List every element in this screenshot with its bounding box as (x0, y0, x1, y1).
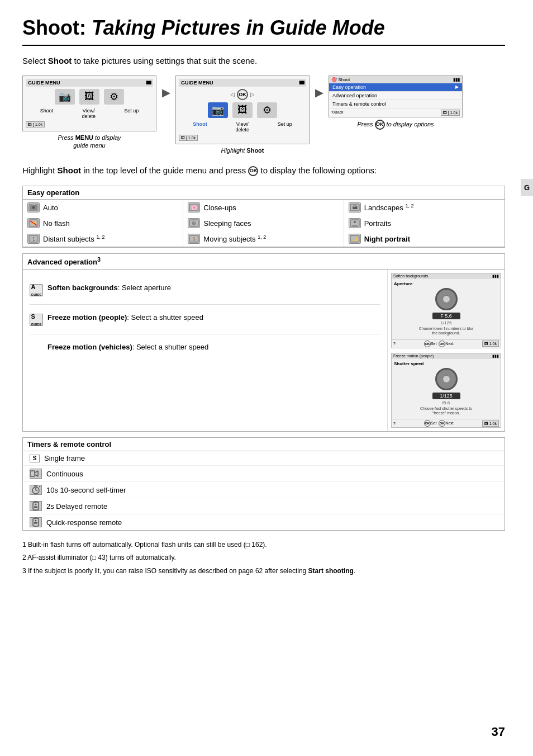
sleepingfaces-label: Sleeping faces (203, 219, 251, 228)
footnotes: 1 Built-in flash turns off automatically… (22, 540, 505, 577)
self-timer-label: 10s 10-second self-timer (46, 486, 126, 494)
advanced-left: AGUIDE Soften backgrounds: Select apertu… (23, 270, 387, 432)
diag1-header: GUIDE MENU ▮▮▮ (26, 79, 153, 87)
delayed-remote-label: 2s Delayed remote (46, 502, 107, 511)
diag1-caption: Press MENU to displayguide menu (58, 134, 121, 150)
easy-operation-grid: Auto 🌸 Close-ups 🏔 Landscapes 1, 2 ⚡ No … (23, 200, 505, 247)
timer-continuous: Continuous (23, 466, 505, 482)
ok-button-2: OK (237, 89, 248, 100)
delayed-remote-icon (30, 501, 42, 511)
option-auto: Auto (23, 200, 183, 215)
advanced-content: AGUIDE Soften backgrounds: Select apertu… (23, 270, 505, 432)
adv-freeze-people: SGUIDE Freeze motion (people): Select a … (30, 305, 380, 334)
adv-freeze-vehicles: Freeze motion (vehicles): Select a shutt… (30, 334, 380, 360)
diagrams-row: GUIDE MENU ▮▮▮ 📷 🖼 ⚙ Shoot View/delete S… (22, 75, 505, 154)
shutter-value: 1/125 (432, 393, 460, 399)
single-frame-label: Single frame (44, 454, 85, 462)
diag2-nav: ◁ OK ▷ (179, 89, 306, 100)
easy-operation-section: Easy operation Auto 🌸 Close-ups 🏔 Landsc… (22, 186, 505, 248)
intro-bold: Shoot (48, 56, 72, 65)
highlight-shoot: Shoot (58, 166, 82, 175)
diagram-box-1: GUIDE MENU ▮▮▮ 📷 🖼 ⚙ Shoot View/delete S… (22, 75, 156, 131)
svg-text:🏃: 🏃 (192, 237, 197, 242)
camera-icon-3: ⚙ (104, 89, 124, 105)
svg-text:🏔: 🏔 (352, 205, 357, 210)
sleepingfaces-icon (188, 218, 200, 228)
page-tab: G (521, 179, 533, 196)
easy-operation-header: Easy operation (23, 186, 505, 200)
footnote-1: 1 Built-in flash turns off automatically… (22, 540, 505, 550)
option-closeups: 🌸 Close-ups (183, 200, 344, 215)
intro-text-after: to take pictures using settings that sui… (72, 56, 257, 65)
auto-icon (27, 202, 40, 212)
option-noflash: ⚡ No flash (23, 215, 183, 231)
nightportrait-label: Night portrait (364, 235, 410, 243)
option-moving: 🏃 Moving subjects 1, 2 (183, 231, 344, 247)
diag2-icons: 📷 🖼 ⚙ (179, 102, 306, 118)
diag3-item-3: Timers & remote control (329, 100, 462, 108)
moving-label: Moving subjects 1, 2 (203, 234, 266, 243)
diag3-item-2: Advanced operation (329, 92, 462, 100)
diag1-icons: 📷 🖼 ⚙ (26, 89, 153, 105)
auto-label: Auto (43, 204, 58, 212)
quick-remote-label: Quick-response remote (46, 518, 122, 527)
arrow-1: ▶ (162, 75, 170, 99)
preview-freeze-content: Shutter speed 1/125 f5.6 Choose fast shu… (392, 359, 501, 419)
timers-header: Timers & remote control (23, 438, 505, 451)
self-timer-icon (30, 485, 42, 495)
diag3-header: 🎯 Shoot ▮▮▮ (329, 76, 462, 83)
title-italic: Taking Pictures in Guide Mode (92, 16, 385, 39)
diagram-2: GUIDE MENU ▮▮▮ ◁ OK ▷ 📷 🖼 ⚙ Shoot View/d… (175, 75, 310, 154)
preview-soften-header: Soften backgrounds ▮▮▮ (392, 273, 501, 279)
svg-rect-34 (34, 506, 37, 507)
title-bold: Shoot: (22, 16, 86, 39)
page-number: 37 (492, 725, 505, 739)
continuous-icon (30, 469, 42, 479)
svg-rect-40 (34, 522, 37, 523)
soften-icon: AGUIDE (30, 284, 43, 296)
aperture-desc: Choose lower f-numbers to blurthe backgr… (394, 327, 498, 336)
quick-remote-icon (30, 517, 42, 527)
svg-point-16 (354, 221, 356, 223)
option-landscapes: 🏔 Landscapes 1, 2 (344, 200, 505, 215)
advanced-right: Soften backgrounds ▮▮▮ Aperture F 5.6 1/… (387, 270, 505, 432)
advanced-operation-section: Advanced operation3 AGUIDE Soften backgr… (22, 253, 505, 432)
diag2-labels: Shoot View/delete Set up (179, 121, 306, 133)
footnote-2: 2 AF-assist illuminator (□ 43) turns off… (22, 552, 505, 563)
footnote-3: 3 If the subject is poorly lit, you can … (22, 566, 505, 577)
noflash-label: No flash (43, 219, 70, 228)
distant-label: Distant subjects 1, 2 (43, 234, 104, 243)
single-frame-icon: S (30, 455, 40, 462)
freeze-vehicles-text: Freeze motion (vehicles): Select a shutt… (30, 342, 208, 352)
option-nightportrait: 🌙 Night portrait (344, 231, 505, 247)
camera-icon-1: 📷 (55, 89, 75, 105)
diag1-bottom: 🖼 [ 1.0k (26, 121, 153, 127)
camera-icon-2: 🖼 (79, 89, 99, 105)
diagram-1: GUIDE MENU ▮▮▮ 📷 🖼 ⚙ Shoot View/delete S… (22, 75, 156, 150)
timers-section: Timers & remote control S Single frame C… (22, 437, 505, 531)
freeze-people-text: Freeze motion (people): Select a shutter… (47, 313, 203, 323)
diag2-header: GUIDE MENU ▮▮▮ (179, 79, 306, 87)
intro-paragraph: Select Shoot to take pictures using sett… (22, 56, 505, 65)
highlight-paragraph: Highlight Shoot in the top level of the … (22, 164, 505, 177)
page-title: Shoot: Taking Pictures in Guide Mode (22, 17, 505, 46)
portraits-label: Portraits (364, 219, 391, 228)
shutter-dial (435, 368, 458, 390)
battery-icon-1: ▮▮▮ (146, 80, 151, 85)
intro-text-before: Select (22, 56, 48, 65)
ok-icon-inline: OK (248, 166, 258, 176)
preview-soften-content: Aperture F 5.6 1/125 Choose lower f-numb… (392, 279, 501, 339)
svg-line-31 (39, 486, 40, 487)
ok-icon-3: OK (375, 120, 385, 130)
timer-single: S Single frame (23, 451, 505, 466)
timer-10s: 10s 10-second self-timer (23, 482, 505, 498)
svg-point-12 (192, 221, 196, 225)
portraits-icon (349, 218, 361, 228)
moving-icon: 🏃 (188, 234, 200, 244)
landscapes-label: Landscapes 1, 2 (364, 203, 414, 212)
svg-text:🌸: 🌸 (191, 204, 198, 211)
option-sleepingfaces: Sleeping faces (183, 215, 344, 231)
svg-point-39 (35, 520, 37, 522)
diagram-box-2: GUIDE MENU ▮▮▮ ◁ OK ▷ 📷 🖼 ⚙ Shoot View/d… (175, 75, 310, 144)
preview-freeze-footer: ? OKSet OKNext 🖼 1.0k (392, 419, 501, 427)
